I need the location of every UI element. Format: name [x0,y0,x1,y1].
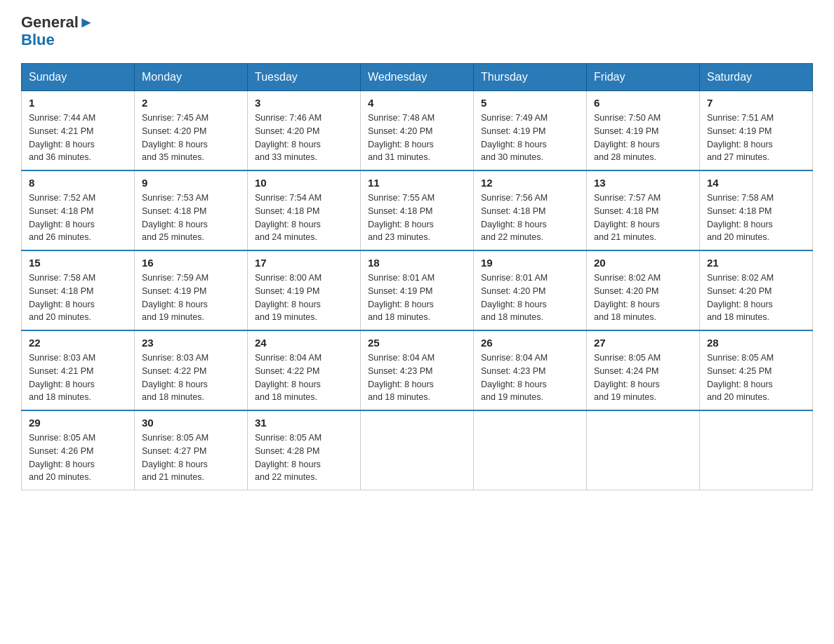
calendar-day-cell: 13 Sunrise: 7:57 AM Sunset: 4:18 PM Dayl… [587,170,700,250]
day-info: Sunrise: 7:54 AM Sunset: 4:18 PM Dayligh… [255,192,353,244]
day-number: 4 [368,97,466,109]
day-number: 2 [142,97,240,109]
day-info: Sunrise: 7:57 AM Sunset: 4:18 PM Dayligh… [594,192,692,244]
day-number: 9 [142,177,240,189]
day-number: 19 [481,257,579,269]
day-info: Sunrise: 8:05 AM Sunset: 4:25 PM Dayligh… [707,351,805,404]
day-info: Sunrise: 8:01 AM Sunset: 4:20 PM Dayligh… [481,271,579,324]
day-number: 8 [29,177,127,189]
day-info: Sunrise: 7:58 AM Sunset: 4:18 PM Dayligh… [707,192,805,244]
day-info: Sunrise: 7:48 AM Sunset: 4:20 PM Dayligh… [368,112,466,164]
day-info: Sunrise: 8:01 AM Sunset: 4:19 PM Dayligh… [368,271,466,324]
calendar-empty-cell [361,410,474,490]
logo-blue-text: Blue [21,31,55,49]
logo-general-text: General► [21,14,94,31]
day-info: Sunrise: 7:49 AM Sunset: 4:19 PM Dayligh… [481,112,579,164]
day-number: 22 [29,337,127,349]
day-header-wednesday: Wednesday [361,64,474,91]
day-info: Sunrise: 7:51 AM Sunset: 4:19 PM Dayligh… [707,112,805,164]
day-info: Sunrise: 8:04 AM Sunset: 4:22 PM Dayligh… [255,351,353,404]
calendar-week-row: 29 Sunrise: 8:05 AM Sunset: 4:26 PM Dayl… [22,410,813,490]
day-info: Sunrise: 8:00 AM Sunset: 4:19 PM Dayligh… [255,271,353,324]
day-number: 15 [29,257,127,269]
calendar-empty-cell [474,410,587,490]
day-info: Sunrise: 7:52 AM Sunset: 4:18 PM Dayligh… [29,192,127,244]
calendar-week-row: 8 Sunrise: 7:52 AM Sunset: 4:18 PM Dayli… [22,170,813,250]
calendar-day-cell: 17 Sunrise: 8:00 AM Sunset: 4:19 PM Dayl… [248,250,361,330]
page-header: General► Blue [21,14,813,49]
calendar-day-cell: 18 Sunrise: 8:01 AM Sunset: 4:19 PM Dayl… [361,250,474,330]
calendar-week-row: 1 Sunrise: 7:44 AM Sunset: 4:21 PM Dayli… [22,91,813,171]
calendar-day-cell: 10 Sunrise: 7:54 AM Sunset: 4:18 PM Dayl… [248,170,361,250]
day-info: Sunrise: 7:53 AM Sunset: 4:18 PM Dayligh… [142,192,240,244]
day-number: 17 [255,257,353,269]
day-number: 7 [707,97,805,109]
day-header-sunday: Sunday [22,64,135,91]
calendar-day-cell: 27 Sunrise: 8:05 AM Sunset: 4:24 PM Dayl… [587,330,700,410]
day-number: 18 [368,257,466,269]
day-number: 26 [481,337,579,349]
day-number: 11 [368,177,466,189]
day-info: Sunrise: 7:59 AM Sunset: 4:19 PM Dayligh… [142,271,240,324]
day-info: Sunrise: 8:03 AM Sunset: 4:22 PM Dayligh… [142,351,240,404]
day-number: 12 [481,177,579,189]
day-number: 13 [594,177,692,189]
day-info: Sunrise: 7:46 AM Sunset: 4:20 PM Dayligh… [255,112,353,164]
logo-icon-shape: ► [79,13,94,31]
day-info: Sunrise: 8:05 AM Sunset: 4:24 PM Dayligh… [594,351,692,404]
day-header-monday: Monday [135,64,248,91]
calendar-day-cell: 7 Sunrise: 7:51 AM Sunset: 4:19 PM Dayli… [700,91,813,171]
calendar-day-cell: 5 Sunrise: 7:49 AM Sunset: 4:19 PM Dayli… [474,91,587,171]
day-info: Sunrise: 7:56 AM Sunset: 4:18 PM Dayligh… [481,192,579,244]
calendar-day-cell: 30 Sunrise: 8:05 AM Sunset: 4:27 PM Dayl… [135,410,248,490]
calendar-day-cell: 1 Sunrise: 7:44 AM Sunset: 4:21 PM Dayli… [22,91,135,171]
day-header-thursday: Thursday [474,64,587,91]
calendar-empty-cell [587,410,700,490]
day-number: 20 [594,257,692,269]
day-info: Sunrise: 8:02 AM Sunset: 4:20 PM Dayligh… [594,271,692,324]
day-info: Sunrise: 8:05 AM Sunset: 4:28 PM Dayligh… [255,431,353,484]
calendar-empty-cell [700,410,813,490]
logo: General► Blue [21,14,94,49]
day-number: 21 [707,257,805,269]
day-number: 24 [255,337,353,349]
calendar-day-cell: 20 Sunrise: 8:02 AM Sunset: 4:20 PM Dayl… [587,250,700,330]
calendar-day-cell: 25 Sunrise: 8:04 AM Sunset: 4:23 PM Dayl… [361,330,474,410]
calendar-day-cell: 21 Sunrise: 8:02 AM Sunset: 4:20 PM Dayl… [700,250,813,330]
day-number: 28 [707,337,805,349]
day-info: Sunrise: 7:45 AM Sunset: 4:20 PM Dayligh… [142,112,240,164]
calendar-day-cell: 31 Sunrise: 8:05 AM Sunset: 4:28 PM Dayl… [248,410,361,490]
calendar-table: SundayMondayTuesdayWednesdayThursdayFrid… [21,63,813,490]
calendar-day-cell: 26 Sunrise: 8:04 AM Sunset: 4:23 PM Dayl… [474,330,587,410]
calendar-day-cell: 14 Sunrise: 7:58 AM Sunset: 4:18 PM Dayl… [700,170,813,250]
day-info: Sunrise: 7:44 AM Sunset: 4:21 PM Dayligh… [29,112,127,164]
calendar-day-cell: 12 Sunrise: 7:56 AM Sunset: 4:18 PM Dayl… [474,170,587,250]
day-header-saturday: Saturday [700,64,813,91]
calendar-day-cell: 9 Sunrise: 7:53 AM Sunset: 4:18 PM Dayli… [135,170,248,250]
day-number: 14 [707,177,805,189]
day-number: 3 [255,97,353,109]
day-number: 27 [594,337,692,349]
calendar-week-row: 15 Sunrise: 7:58 AM Sunset: 4:18 PM Dayl… [22,250,813,330]
calendar-day-cell: 15 Sunrise: 7:58 AM Sunset: 4:18 PM Dayl… [22,250,135,330]
day-info: Sunrise: 8:04 AM Sunset: 4:23 PM Dayligh… [368,351,466,404]
day-header-friday: Friday [587,64,700,91]
day-number: 30 [142,417,240,429]
day-number: 16 [142,257,240,269]
calendar-day-cell: 23 Sunrise: 8:03 AM Sunset: 4:22 PM Dayl… [135,330,248,410]
day-number: 10 [255,177,353,189]
day-number: 1 [29,97,127,109]
calendar-day-cell: 24 Sunrise: 8:04 AM Sunset: 4:22 PM Dayl… [248,330,361,410]
day-number: 25 [368,337,466,349]
calendar-day-cell: 3 Sunrise: 7:46 AM Sunset: 4:20 PM Dayli… [248,91,361,171]
day-info: Sunrise: 8:05 AM Sunset: 4:26 PM Dayligh… [29,431,127,484]
day-header-tuesday: Tuesday [248,64,361,91]
calendar-day-cell: 4 Sunrise: 7:48 AM Sunset: 4:20 PM Dayli… [361,91,474,171]
calendar-day-cell: 6 Sunrise: 7:50 AM Sunset: 4:19 PM Dayli… [587,91,700,171]
day-info: Sunrise: 7:58 AM Sunset: 4:18 PM Dayligh… [29,271,127,324]
calendar-day-cell: 29 Sunrise: 8:05 AM Sunset: 4:26 PM Dayl… [22,410,135,490]
day-number: 6 [594,97,692,109]
day-number: 23 [142,337,240,349]
calendar-header-row: SundayMondayTuesdayWednesdayThursdayFrid… [22,64,813,91]
calendar-day-cell: 11 Sunrise: 7:55 AM Sunset: 4:18 PM Dayl… [361,170,474,250]
